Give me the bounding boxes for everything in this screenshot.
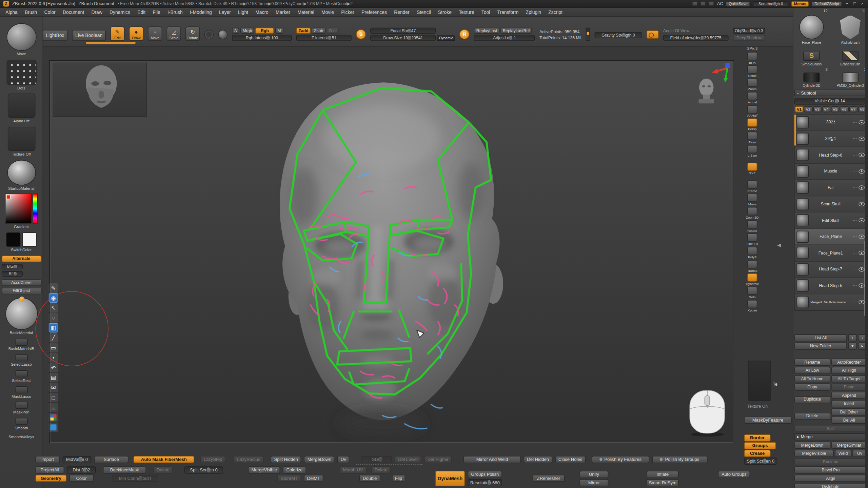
aahalf-icon[interactable]: AAHalf — [747, 105, 758, 117]
rgb-intensity-slider[interactable]: Rgb Intensity 100 — [232, 35, 292, 41]
fold-down-icon[interactable]: ▾ — [848, 343, 857, 350]
groups-polish-button[interactable]: Groups Polish — [468, 471, 502, 478]
split-button[interactable]: Split — [794, 425, 867, 432]
focal-shift-slider[interactable]: Focal Shift 47 — [370, 28, 436, 34]
frame-icon[interactable]: Frame — [747, 180, 757, 192]
lasso-icon[interactable] — [49, 313, 58, 323]
subtool-options-icon[interactable]: ⋯ — [852, 202, 857, 207]
tool-thumbnail[interactable]: 12 Face_Plane — [794, 9, 829, 44]
persp-icon[interactable]: Persp — [747, 118, 757, 130]
mergesimilar-button[interactable]: MergeSimilar — [831, 442, 867, 449]
version-tab[interactable]: V7 — [849, 106, 857, 112]
grid-icon[interactable] — [692, 1, 697, 6]
palette-icon[interactable] — [49, 413, 58, 422]
chat-icon[interactable] — [49, 383, 58, 392]
z-intensity-slider[interactable]: Z Intensity 51 — [296, 35, 352, 41]
material-sphere-icon[interactable] — [218, 30, 228, 39]
merge-section-header[interactable]: ▸ Merge — [794, 433, 867, 440]
subtool-up-icon[interactable]: ↑ — [848, 334, 857, 341]
version-tab[interactable]: V2 — [804, 106, 812, 112]
visibility-eye-icon[interactable] — [859, 300, 865, 304]
tool-thumbnail[interactable]: 12 AlphaBrush — [833, 9, 867, 44]
version-tab[interactable]: V5 — [831, 106, 840, 112]
zoom3d-icon[interactable]: Zoom3D — [746, 207, 759, 219]
bucket-icon[interactable] — [49, 323, 58, 332]
version-tab[interactable]: V3 — [813, 106, 822, 112]
dynamesh-button[interactable]: DynaMesh — [435, 471, 465, 486]
rename-button[interactable]: Rename — [794, 359, 830, 366]
maximize-icon[interactable]: □ — [852, 1, 857, 6]
camera-icon[interactable] — [647, 30, 659, 39]
subtool-options-icon[interactable]: ⋯ — [852, 169, 857, 174]
mergevisible-button[interactable]: MergeVisible — [794, 450, 834, 457]
draw-size-slider[interactable]: Draw Size 108.20541 — [370, 35, 436, 41]
menu-item[interactable]: Tool — [481, 9, 490, 15]
deepshadow-button[interactable]: DeepShadow — [733, 35, 765, 41]
menu-item[interactable]: Zplugin — [526, 9, 541, 15]
move-3d-icon[interactable]: Move — [747, 194, 757, 206]
select-rect-thumbnail[interactable] — [15, 370, 27, 377]
tray-button[interactable]: MergeDown — [304, 456, 335, 463]
subtool-row[interactable]: 30강 ⋯ — [795, 115, 866, 131]
default-zscript-button[interactable]: DefaultZScript — [812, 1, 842, 6]
menu-item[interactable]: Edit — [137, 9, 145, 15]
lsym-icon[interactable]: L.Sym — [747, 145, 757, 157]
tray-button[interactable]: Uv — [337, 456, 350, 463]
tray-button[interactable]: Min Connected f — [112, 475, 158, 482]
all-low-button[interactable]: All Low — [794, 367, 830, 374]
menu-item[interactable]: Document — [63, 9, 84, 15]
actual-icon[interactable]: Actual — [747, 92, 757, 104]
alpha-thumbnail[interactable] — [7, 94, 35, 118]
menu-item[interactable]: I-Brush — [167, 9, 183, 15]
main-color-swatch[interactable] — [6, 232, 20, 247]
visibility-eye-icon[interactable] — [859, 267, 865, 271]
subtool-row[interactable]: Fat ⋯ — [795, 180, 866, 196]
auto-groups-button[interactable]: Auto Groups — [718, 471, 750, 478]
right-scroll-strip[interactable] — [865, 8, 868, 488]
replay-icon[interactable]: R — [460, 29, 470, 39]
tray-button[interactable]: MergeVisible — [248, 466, 280, 473]
zcut-button[interactable]: Zcut — [327, 28, 339, 34]
duplicate-button[interactable]: Duplicate — [794, 396, 830, 403]
scroll-icon[interactable]: Scroll — [747, 65, 757, 78]
eye-icon[interactable] — [49, 293, 58, 303]
version-tab[interactable]: V4 — [822, 106, 830, 112]
all-to-home-button[interactable]: All To Home — [794, 375, 830, 382]
tray-button[interactable]: Delete — [153, 466, 173, 473]
tool-thumbnail[interactable]: 3 Cylinder3D — [794, 67, 829, 87]
polyframe-icon[interactable]: PolyF — [747, 247, 757, 259]
subtool-options-icon[interactable]: ⋯ — [852, 250, 857, 256]
visibility-eye-icon[interactable] — [859, 153, 865, 157]
see-through-slider[interactable]: See-through 0 — [753, 1, 788, 6]
xpose-icon[interactable]: Xpose — [747, 300, 757, 312]
dot-icon[interactable] — [49, 353, 58, 363]
boolean-button[interactable]: Boolean — [794, 458, 867, 465]
tray-button[interactable]: Split Screen 0 — [184, 466, 223, 473]
resolution-slider[interactable]: Resolution 680 — [468, 479, 502, 486]
fill-object-button[interactable]: FillObject — [1, 288, 41, 294]
subtool-row[interactable]: Merged_Skull-decimation2_5 ⋯ — [795, 294, 866, 310]
select-lasso-thumbnail[interactable] — [15, 354, 27, 361]
visibility-eye-icon[interactable] — [859, 283, 865, 288]
menus-button[interactable]: Menus — [791, 1, 809, 6]
tray-button[interactable]: Polish By Groups — [652, 456, 707, 463]
border-button[interactable]: Border — [744, 434, 770, 442]
align-button[interactable]: Align — [794, 475, 867, 482]
tray-button[interactable]: Dist 0.02 — [67, 466, 96, 473]
unify-button[interactable]: Unify — [579, 471, 608, 478]
draw-button[interactable]: ●Draw — [129, 26, 143, 41]
clipboard-icon[interactable] — [49, 403, 58, 412]
visibility-eye-icon[interactable] — [859, 120, 865, 125]
basic-material-b-thumbnail[interactable] — [15, 338, 27, 345]
hue-strip[interactable] — [33, 194, 38, 224]
visibility-eye-icon[interactable] — [859, 185, 865, 190]
groups-button[interactable]: Groups — [744, 442, 776, 449]
all-high-button[interactable]: All High — [831, 367, 867, 374]
menu-item[interactable]: Color — [44, 9, 56, 15]
mirror-button[interactable]: Mirror — [579, 479, 608, 486]
del-other-button[interactable]: Del Other — [831, 408, 867, 415]
edit-button[interactable]: ✎Edit — [110, 26, 124, 41]
tray-button[interactable]: BackfaceMask — [103, 466, 146, 473]
linefill-icon[interactable]: Line Fill — [747, 233, 758, 246]
visibility-eye-icon[interactable] — [859, 251, 865, 255]
